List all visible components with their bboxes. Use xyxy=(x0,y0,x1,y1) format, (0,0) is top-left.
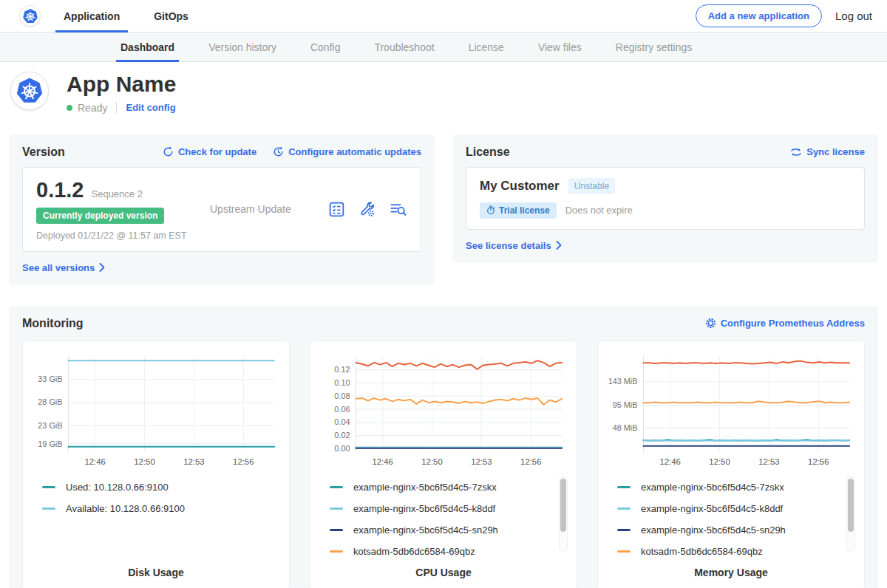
legend-item: example-nginx-5bc6f5d4c5-sn29h xyxy=(330,519,568,541)
edit-config-link[interactable]: Edit config xyxy=(126,102,175,113)
sync-license-link[interactable]: Sync license xyxy=(790,146,865,157)
legend-scrollbar-thumb[interactable] xyxy=(848,479,854,532)
legend-dash xyxy=(617,529,631,531)
legend-dash xyxy=(42,486,55,488)
cpu-usage-panel: 0.000.020.040.060.080.100.1212:4612:5012… xyxy=(310,341,577,588)
legend-dash xyxy=(617,486,631,488)
legend-scrollbar[interactable] xyxy=(846,476,855,552)
timer-icon xyxy=(486,205,495,215)
tab-troubleshoot[interactable]: Troubleshoot xyxy=(370,33,438,62)
gear-icon xyxy=(705,318,716,329)
legend-dash xyxy=(617,550,631,553)
preflight-checks-button[interactable] xyxy=(327,200,346,219)
svg-text:12:53: 12:53 xyxy=(183,457,204,465)
memory-usage-panel: 48 MiB95 MiB143 MiB12:4612:5012:5312:56e… xyxy=(597,341,865,588)
legend-dash xyxy=(42,507,55,510)
topnav-item-gitops[interactable]: GitOps xyxy=(146,0,197,33)
legend-label: kotsadm-5db6dc6584-69qbz xyxy=(641,546,763,557)
tab-registry-settings[interactable]: Registry settings xyxy=(611,33,696,62)
currently-deployed-badge: Currently deployed version xyxy=(36,208,164,224)
legend-scrollbar-thumb[interactable] xyxy=(560,479,566,532)
logs-search-icon xyxy=(388,200,407,219)
legend-label: example-nginx-5bc6f5d4c5-sn29h xyxy=(353,524,498,536)
top-navbar: ApplicationGitOps Add a new application … xyxy=(0,0,887,33)
chevron-right-icon xyxy=(556,241,562,250)
svg-text:95 MiB: 95 MiB xyxy=(613,400,638,408)
legend-scrollbar[interactable] xyxy=(559,476,568,552)
current-version-panel: 0.1.2 Sequence 2 Currently deployed vers… xyxy=(22,167,421,252)
sync-license-label: Sync license xyxy=(806,146,865,157)
legend-item: kotsadm-5db6dc6584-69qbz xyxy=(330,541,568,562)
app-header: App Name Ready Edit config xyxy=(0,62,887,127)
config-wrench-button[interactable] xyxy=(358,200,376,219)
tab-version-history[interactable]: Version history xyxy=(204,33,281,62)
see-all-versions-link[interactable]: See all versions xyxy=(22,262,105,273)
customer-name: My Customer xyxy=(480,179,560,194)
svg-text:12:56: 12:56 xyxy=(520,457,541,465)
legend-item: example-nginx-5bc6f5d4c5-7zskx xyxy=(617,476,855,498)
svg-text:12:46: 12:46 xyxy=(659,457,680,465)
cards-row: Version Check for update xyxy=(0,127,887,285)
configure-prometheus-link[interactable]: Configure Prometheus Address xyxy=(705,318,865,329)
add-application-button[interactable]: Add a new application xyxy=(696,4,822,27)
tab-license[interactable]: License xyxy=(464,33,509,62)
version-number: 0.1.2 xyxy=(36,178,84,202)
legend-dash xyxy=(330,486,343,488)
tab-dashboard[interactable]: Dashboard xyxy=(116,33,179,62)
topnav-items: ApplicationGitOps xyxy=(55,0,214,33)
legend-label: example-nginx-5bc6f5d4c5-sn29h xyxy=(641,524,786,536)
check-for-update-link[interactable]: Check for update xyxy=(163,146,256,157)
sequence-label: Sequence 2 xyxy=(92,188,143,199)
status-text: Ready xyxy=(78,102,107,114)
tab-view-files[interactable]: View files xyxy=(534,33,586,62)
topnav-right: Add a new application Log out xyxy=(696,4,872,27)
legend-label: Used: 10.128.0.66:9100 xyxy=(66,482,169,493)
version-card-title: Version xyxy=(22,146,65,159)
legend-item: Used: 10.128.0.66:9100 xyxy=(42,476,280,498)
memory-usage-title: Memory Usage xyxy=(607,567,855,578)
deploy-logs-button[interactable] xyxy=(388,200,407,219)
license-detail-panel: My Customer Unstable Trial license Does … xyxy=(466,167,865,230)
svg-text:0.02: 0.02 xyxy=(334,431,350,440)
legend-label: example-nginx-5bc6f5d4c5-k8ddf xyxy=(353,503,495,514)
legend-item: example-nginx-5bc6f5d4c5-sn29h xyxy=(617,519,855,541)
memory-usage-legend: example-nginx-5bc6f5d4c5-7zskxexample-ng… xyxy=(607,476,855,564)
page-title: App Name xyxy=(67,72,176,98)
svg-text:12:46: 12:46 xyxy=(84,457,105,465)
svg-text:12:46: 12:46 xyxy=(372,457,392,465)
kubernetes-logo[interactable] xyxy=(19,5,41,27)
svg-text:12:53: 12:53 xyxy=(758,457,779,465)
legend-label: example-nginx-5bc6f5d4c5-7zskx xyxy=(641,482,784,493)
version-card: Version Check for update xyxy=(9,134,435,285)
tab-config[interactable]: Config xyxy=(306,33,344,62)
refresh-icon xyxy=(163,146,174,157)
logout-link[interactable]: Log out xyxy=(835,10,872,22)
svg-text:12:56: 12:56 xyxy=(808,457,829,465)
clock-refresh-icon xyxy=(273,146,284,157)
svg-text:0.12: 0.12 xyxy=(334,365,350,374)
see-all-versions-label: See all versions xyxy=(22,262,95,273)
topnav-item-application[interactable]: Application xyxy=(55,0,128,33)
legend-item: kotsadm-5db6dc6584-69qbz xyxy=(617,541,855,562)
svg-text:143 MiB: 143 MiB xyxy=(608,377,638,386)
legend-dash xyxy=(330,550,343,553)
preflight-checklist-icon xyxy=(327,200,346,219)
configure-automatic-updates-link[interactable]: Configure automatic updates xyxy=(273,146,421,157)
monitoring-title: Monitoring xyxy=(22,317,84,330)
svg-text:28 GiB: 28 GiB xyxy=(38,397,62,406)
sync-arrows-icon xyxy=(790,147,802,157)
svg-text:0.10: 0.10 xyxy=(334,377,350,386)
license-expiry: Does not expire xyxy=(565,205,633,216)
svg-text:12:50: 12:50 xyxy=(421,457,442,465)
svg-text:0.08: 0.08 xyxy=(334,391,350,400)
cpu-usage-legend: example-nginx-5bc6f5d4c5-7zskxexample-ng… xyxy=(319,476,568,564)
wrench-gear-icon xyxy=(358,200,376,219)
legend-label: kotsadm-5db6dc6584-69qbz xyxy=(353,546,475,557)
disk-usage-chart: 19 GiB23 GiB28 GiB33 GiB12:4612:5012:531… xyxy=(32,349,280,471)
charts-row: 19 GiB23 GiB28 GiB33 GiB12:4612:5012:531… xyxy=(22,341,865,588)
see-license-details-link[interactable]: See license details xyxy=(466,240,562,251)
disk-usage-legend: Used: 10.128.0.66:9100Available: 10.128.… xyxy=(32,476,280,564)
channel-badge: Unstable xyxy=(568,178,615,194)
cpu-usage-title: CPU Usage xyxy=(319,567,568,578)
legend-label: example-nginx-5bc6f5d4c5-k8ddf xyxy=(641,503,783,514)
